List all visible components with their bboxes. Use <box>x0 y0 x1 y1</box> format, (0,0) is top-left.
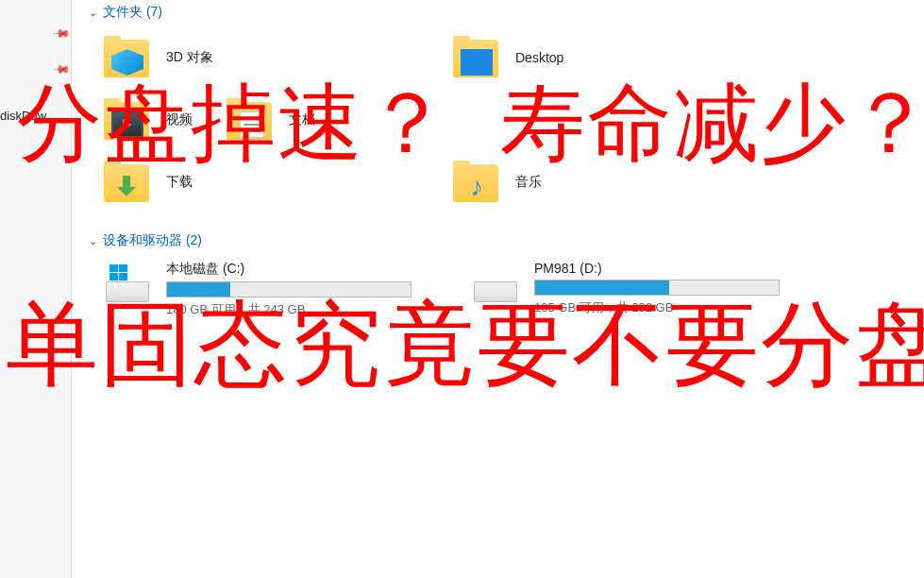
windows-icon <box>109 264 128 281</box>
overlay-text-3: 单固态究竟要不要分盘？ <box>6 283 924 408</box>
pin-icon: 📌 <box>52 24 72 43</box>
music-icon: ♪ <box>461 174 493 200</box>
drive-name: 本地磁盘 (C:) <box>166 261 412 278</box>
overlay-text-1: 分盘掉速？ <box>17 66 451 181</box>
folder-icon <box>453 36 502 79</box>
drives-section-header[interactable]: ⌄ 设备和驱动器 (2) <box>72 229 924 253</box>
chevron-down-icon: ⌄ <box>89 235 97 247</box>
chevron-down-icon: ⌄ <box>89 7 97 19</box>
folders-section-label: 文件夹 (7) <box>103 4 162 21</box>
folder-icon: ♪ <box>453 161 502 204</box>
overlay-text-2: 寿命减少？ <box>500 66 924 181</box>
folder-label: 3D 对象 <box>166 49 213 66</box>
drive-name: PM981 (D:) <box>534 261 780 276</box>
drives-section-label: 设备和驱动器 (2) <box>103 232 202 249</box>
folders-section-header[interactable]: ⌄ 文件夹 (7) <box>72 0 924 25</box>
desktop-icon <box>461 49 493 76</box>
folder-label: Desktop <box>515 50 563 65</box>
